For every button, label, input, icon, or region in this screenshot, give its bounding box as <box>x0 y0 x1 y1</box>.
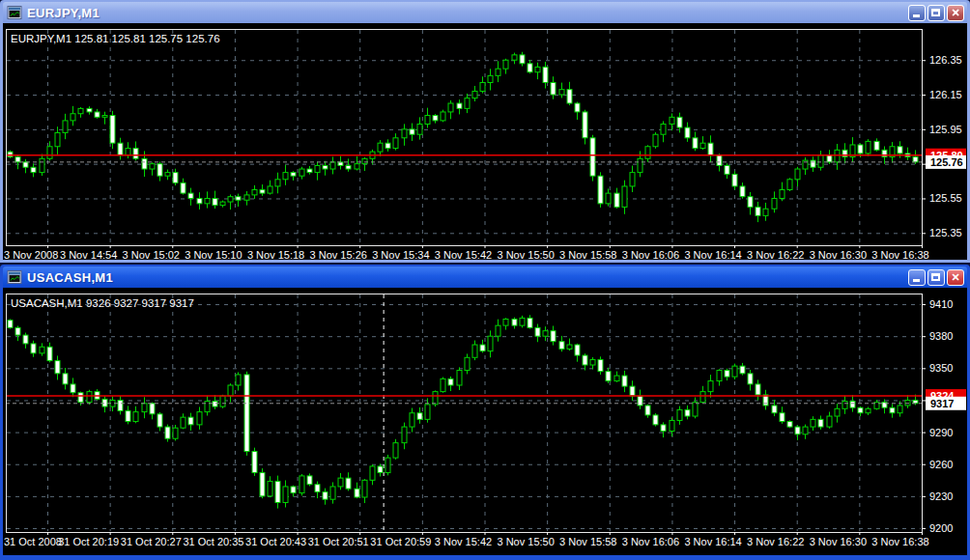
svg-text:31 Oct 20:27: 31 Oct 20:27 <box>121 536 182 547</box>
minimize-button[interactable] <box>908 5 926 21</box>
svg-text:9410: 9410 <box>929 298 953 310</box>
svg-text:31 Oct 2008: 31 Oct 2008 <box>4 536 62 547</box>
svg-text:9290: 9290 <box>929 427 953 438</box>
chart-canvas-eurjpy[interactable]: 126.35126.15125.95125.75125.55125.353 No… <box>3 23 967 260</box>
chart-canvas-usacash[interactable]: 9410938093509320929092609230920031 Oct 2… <box>3 288 967 555</box>
svg-text:3 Nov 15:50: 3 Nov 15:50 <box>497 536 554 547</box>
svg-text:125.76: 125.76 <box>930 156 963 168</box>
price-badges: 93249317 <box>926 389 966 410</box>
titlebar-eurjpy[interactable]: EURJPY,M1 <box>3 2 967 23</box>
chart-window-usacash: USACASH,M1 94109380935093209290926092309… <box>0 265 970 560</box>
svg-text:3 Nov 16:30: 3 Nov 16:30 <box>810 249 867 260</box>
svg-text:3 Nov 16:30: 3 Nov 16:30 <box>810 536 867 547</box>
svg-text:9230: 9230 <box>929 490 953 502</box>
svg-text:3 Nov 14:54: 3 Nov 14:54 <box>60 249 117 260</box>
svg-text:3 Nov 16:14: 3 Nov 16:14 <box>684 536 741 547</box>
svg-text:3 Nov 16:22: 3 Nov 16:22 <box>747 249 804 260</box>
svg-text:3 Nov 16:22: 3 Nov 16:22 <box>747 536 804 547</box>
svg-text:3 Nov 15:18: 3 Nov 15:18 <box>247 249 304 260</box>
svg-text:3 Nov 16:06: 3 Nov 16:06 <box>622 536 679 547</box>
minimize-button[interactable] <box>908 269 926 286</box>
window-title: EURJPY,M1 <box>27 6 908 20</box>
svg-text:3 Nov 15:10: 3 Nov 15:10 <box>185 249 242 260</box>
svg-text:31 Oct 20:35: 31 Oct 20:35 <box>183 536 243 547</box>
svg-text:3 Nov 15:50: 3 Nov 15:50 <box>497 249 554 260</box>
window-controls <box>908 269 964 286</box>
svg-text:3 Nov 15:58: 3 Nov 15:58 <box>559 536 616 547</box>
svg-text:126.15: 126.15 <box>929 89 962 100</box>
svg-text:9350: 9350 <box>929 362 953 374</box>
price-badges: 125.80125.76 <box>926 149 966 169</box>
chart-icon <box>7 269 22 285</box>
close-button[interactable] <box>947 5 964 21</box>
svg-text:3 Nov 2008: 3 Nov 2008 <box>4 249 58 260</box>
svg-text:3 Nov 16:38: 3 Nov 16:38 <box>871 249 928 260</box>
svg-text:3 Nov 15:26: 3 Nov 15:26 <box>310 249 367 260</box>
chart-icon <box>7 5 22 20</box>
svg-text:3 Nov 15:42: 3 Nov 15:42 <box>435 536 492 547</box>
svg-text:3 Nov 15:42: 3 Nov 15:42 <box>435 249 492 260</box>
svg-text:125.55: 125.55 <box>929 192 962 204</box>
maximize-button[interactable] <box>927 269 945 286</box>
symbol-info-label: EURJPY,M1 125.81 125.81 125.75 125.76 <box>11 33 220 44</box>
close-button[interactable] <box>947 269 964 286</box>
svg-text:3 Nov 15:34: 3 Nov 15:34 <box>372 249 429 260</box>
window-controls <box>908 5 964 21</box>
svg-text:3 Nov 16:38: 3 Nov 16:38 <box>871 536 928 547</box>
svg-text:31 Oct 20:59: 31 Oct 20:59 <box>370 536 431 547</box>
maximize-button[interactable] <box>927 5 945 21</box>
svg-text:9380: 9380 <box>929 330 953 342</box>
svg-text:125.95: 125.95 <box>929 124 962 135</box>
svg-text:9317: 9317 <box>930 398 954 409</box>
svg-text:9200: 9200 <box>929 522 953 534</box>
svg-text:3 Nov 15:58: 3 Nov 15:58 <box>559 249 616 260</box>
window-title: USACASH,M1 <box>27 270 908 285</box>
svg-text:31 Oct 20:51: 31 Oct 20:51 <box>308 536 369 547</box>
svg-text:3 Nov 16:14: 3 Nov 16:14 <box>684 249 741 260</box>
svg-text:31 Oct 20:19: 31 Oct 20:19 <box>58 536 119 547</box>
chart-window-eurjpy: EURJPY,M1 126.35126.15125.95125.75125.55… <box>0 0 970 263</box>
symbol-info-label: USACASH,M1 9326 9327 9317 9317 <box>11 297 194 309</box>
chart-area-usacash: 9410938093509320929092609230920031 Oct 2… <box>3 288 967 555</box>
svg-text:3 Nov 16:06: 3 Nov 16:06 <box>622 249 679 260</box>
svg-text:3 Nov 15:02: 3 Nov 15:02 <box>123 249 180 260</box>
svg-text:125.35: 125.35 <box>929 227 962 238</box>
svg-text:126.35: 126.35 <box>929 54 962 66</box>
svg-text:9260: 9260 <box>929 459 953 470</box>
mt4-workspace: EURJPY,M1 126.35126.15125.95125.75125.55… <box>0 0 970 560</box>
chart-area-eurjpy: 126.35126.15125.95125.75125.55125.353 No… <box>3 23 967 260</box>
titlebar-usacash[interactable]: USACASH,M1 <box>3 266 967 288</box>
svg-text:31 Oct 20:43: 31 Oct 20:43 <box>245 536 306 547</box>
